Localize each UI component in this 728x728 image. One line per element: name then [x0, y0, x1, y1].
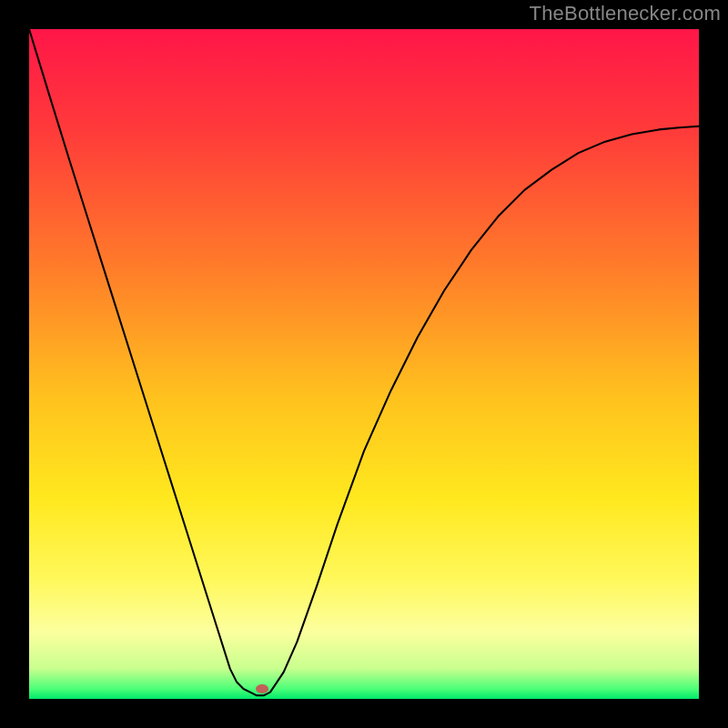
minimum-marker [256, 684, 268, 693]
plot-area [29, 29, 699, 699]
chart-container: TheBottlenecker.com [0, 0, 728, 728]
curve-path [29, 29, 699, 695]
watermark-text: TheBottlenecker.com [530, 2, 721, 25]
curve-layer [29, 29, 699, 699]
